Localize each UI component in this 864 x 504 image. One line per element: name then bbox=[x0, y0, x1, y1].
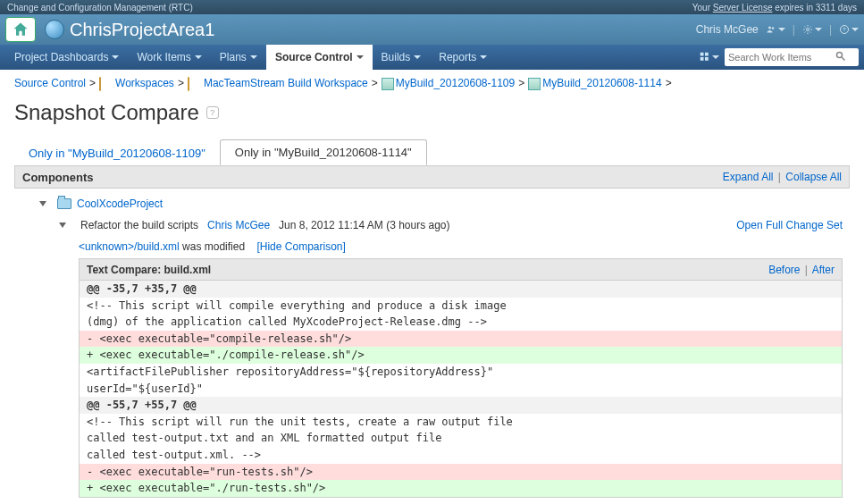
open-full-changeset-link[interactable]: Open Full Change Set bbox=[736, 219, 843, 231]
help-menu[interactable]: ? bbox=[839, 20, 859, 39]
bc-workspaces[interactable]: Workspaces bbox=[115, 77, 174, 89]
tab-only-in-b[interactable]: Only in "MyBuild_20120608-1114" bbox=[220, 139, 427, 165]
compare-tabs: Only in "MyBuild_20120608-1109" Only in … bbox=[14, 139, 850, 165]
diff-line: @@ -55,7 +55,7 @@ bbox=[80, 397, 842, 414]
nav-item-plans[interactable]: Plans bbox=[211, 45, 266, 70]
users-icon bbox=[766, 21, 776, 38]
diff-after-link[interactable]: After bbox=[812, 264, 835, 276]
svg-rect-7 bbox=[700, 57, 704, 61]
project-title[interactable]: ChrisProjectArea1 bbox=[70, 20, 696, 40]
nav-label: Builds bbox=[382, 51, 411, 63]
file-status: was modified bbox=[180, 240, 245, 253]
diff-title: Text Compare: build.xml bbox=[87, 264, 211, 276]
main-nav: Project DashboardsWork ItemsPlansSource … bbox=[0, 45, 864, 70]
tab-only-in-a[interactable]: Only in "MyBuild_20120608-1109" bbox=[14, 141, 220, 165]
chevron-down-icon bbox=[480, 55, 487, 59]
license-msg: Your Server License expires in 3311 days bbox=[692, 3, 857, 13]
svg-point-0 bbox=[768, 27, 771, 29]
nav-item-work-items[interactable]: Work Items bbox=[128, 45, 210, 70]
snapshot-icon bbox=[382, 78, 392, 88]
chevron-down-icon bbox=[357, 55, 364, 59]
nav-label: Project Dashboards bbox=[14, 51, 108, 63]
diff-line: <!-- This script will run the unit tests… bbox=[80, 414, 842, 431]
nav-label: Work Items bbox=[137, 51, 190, 63]
nav-item-source-control[interactable]: Source Control bbox=[266, 45, 373, 70]
bc-snapshot-a[interactable]: MyBuild_20120608-1109 bbox=[396, 77, 515, 89]
diff-line: called test-output.xml. --> bbox=[80, 447, 842, 464]
svg-rect-5 bbox=[700, 53, 704, 56]
expand-all-link[interactable]: Expand All bbox=[723, 171, 774, 183]
diff-line: - <exec executable="compile-release.sh"/… bbox=[80, 331, 842, 348]
home-button[interactable] bbox=[5, 17, 36, 42]
settings-menu[interactable] bbox=[802, 20, 822, 39]
title-bar: ChrisProjectArea1 Chris McGee | | ? bbox=[0, 14, 864, 45]
svg-line-10 bbox=[842, 56, 845, 60]
nav-item-builds[interactable]: Builds bbox=[373, 45, 431, 70]
svg-rect-8 bbox=[705, 57, 709, 61]
app-name: Change and Configuration Management (RTC… bbox=[7, 3, 193, 13]
server-license-link[interactable]: Server License bbox=[713, 3, 773, 13]
bc-snapshot-b[interactable]: MyBuild_20120608-1114 bbox=[542, 77, 661, 89]
diff-line: userId="${userId}" bbox=[80, 381, 842, 398]
diff-line: - <exec executable="run-tests.sh"/> bbox=[80, 464, 842, 481]
project-icon bbox=[45, 20, 64, 39]
help-icon: ? bbox=[839, 21, 850, 38]
license-bar: Change and Configuration Management (RTC… bbox=[0, 0, 864, 14]
diff-line: <artifactFilePublisher repositoryAddress… bbox=[80, 364, 842, 381]
gear-icon bbox=[802, 22, 813, 37]
home-icon bbox=[12, 21, 29, 38]
components-header: Components Expand All | Collapse All bbox=[14, 165, 850, 189]
chevron-down-icon bbox=[112, 55, 119, 59]
svg-point-1 bbox=[772, 27, 775, 29]
diff-line: @@ -35,7 +35,7 @@ bbox=[80, 281, 842, 298]
chevron-down-icon bbox=[195, 55, 202, 59]
page-help-icon[interactable]: ? bbox=[206, 106, 219, 119]
component-icon bbox=[57, 198, 71, 209]
user-name[interactable]: Chris McGee bbox=[696, 23, 759, 36]
grid-view-button[interactable] bbox=[700, 48, 719, 66]
changeset-author[interactable]: Chris McGee bbox=[207, 219, 270, 231]
diff-line: + <exec executable="./compile-release.sh… bbox=[80, 347, 842, 364]
changeset-date: Jun 8, 2012 11:14 AM (3 hours ago) bbox=[279, 219, 449, 231]
nav-label: Plans bbox=[220, 51, 247, 63]
nav-label: Source Control bbox=[275, 51, 353, 63]
svg-text:?: ? bbox=[843, 27, 846, 32]
hide-comparison-link[interactable]: [Hide Comparison] bbox=[256, 240, 345, 253]
folder-icon bbox=[188, 77, 189, 91]
snapshot-icon bbox=[528, 78, 539, 88]
nav-item-project-dashboards[interactable]: Project Dashboards bbox=[5, 45, 128, 70]
changeset-summary: Refactor the build scripts bbox=[80, 219, 198, 231]
bc-source-control[interactable]: Source Control bbox=[14, 77, 86, 89]
chevron-down-icon bbox=[250, 55, 257, 59]
nav-label: Reports bbox=[439, 51, 476, 63]
diff-line: (dmg) of the application called MyXcodeP… bbox=[80, 314, 842, 331]
diff-before-link[interactable]: Before bbox=[768, 264, 800, 276]
twisty-icon[interactable] bbox=[59, 223, 66, 228]
breadcrumbs: Source Control > Workspaces > MacTeamStr… bbox=[14, 77, 850, 89]
svg-point-2 bbox=[806, 29, 809, 31]
grid-icon bbox=[700, 51, 710, 63]
nav-item-reports[interactable]: Reports bbox=[430, 45, 496, 70]
svg-point-9 bbox=[837, 52, 843, 57]
svg-rect-6 bbox=[705, 53, 709, 56]
file-path-link[interactable]: <unknown>/build.xml bbox=[79, 240, 180, 253]
bc-workspace[interactable]: MacTeamStream Build Workspace bbox=[204, 77, 368, 89]
component-link[interactable]: CoolXcodeProject bbox=[77, 197, 163, 210]
twisty-icon[interactable] bbox=[39, 201, 46, 206]
diff-line: + <exec executable="./run-tests.sh"/> bbox=[80, 480, 842, 497]
collapse-all-link[interactable]: Collapse All bbox=[785, 171, 842, 183]
diff-line: called test-output.txt and an XML format… bbox=[80, 430, 842, 447]
diff-viewer: Text Compare: build.xml Before | After @… bbox=[79, 258, 843, 498]
search-box[interactable] bbox=[725, 48, 859, 66]
diff-line: <!-- This script will compile everything… bbox=[80, 298, 842, 315]
user-menu[interactable] bbox=[766, 20, 785, 39]
page-title: Snapshot Compare ? bbox=[14, 100, 850, 125]
folder-icon bbox=[99, 77, 101, 91]
search-icon[interactable] bbox=[835, 51, 846, 64]
chevron-down-icon bbox=[414, 55, 421, 59]
search-input[interactable] bbox=[728, 52, 835, 63]
components-title: Components bbox=[22, 171, 93, 184]
